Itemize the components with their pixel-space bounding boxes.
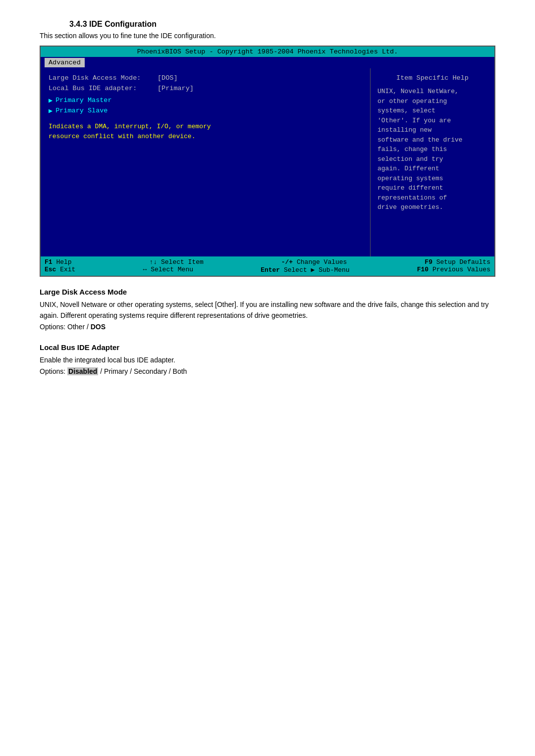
bios-key-f1: F1 Help: [45, 258, 72, 266]
bios-setting-row-1[interactable]: Local Bus IDE adapter: [Primary]: [49, 85, 362, 92]
section-description: This section allows you to fine tune the…: [40, 32, 495, 40]
text-section-large-disk: Large Disk Access Mode UNIX, Novell Netw…: [40, 288, 495, 332]
text-section-body-0: UNIX, Novell Netware or other operating …: [40, 299, 495, 332]
bios-left-panel: Large Disk Access Mode: [DOS] Local Bus …: [41, 68, 371, 256]
bios-key-f10: F10 Previous Values: [417, 266, 490, 274]
bios-submenu-1[interactable]: ▶ Primary Slave: [49, 106, 362, 115]
section-title: 3.4.3 IDE Configuration: [69, 20, 495, 29]
bios-bottombar: F1 Help ↑↓ Select Item -/+ Change Values…: [41, 256, 494, 276]
bios-screen: PhoenixBIOS Setup - Copyright 1985-2004 …: [40, 46, 495, 277]
conflict-line-2: resource conflict with another device.: [49, 132, 362, 142]
bios-right-panel: Item Specific Help UNIX, Novell NetWare,…: [371, 68, 494, 256]
arrow-icon-1: ▶: [49, 106, 53, 115]
bios-key-lr: ↔ Select Menu: [143, 266, 193, 274]
bios-setting-value-1: [Primary]: [158, 85, 194, 92]
bios-tab-advanced[interactable]: Advanced: [45, 58, 85, 67]
bios-conflict-message: Indicates a DMA, interrupt, I/O, or memo…: [49, 122, 362, 141]
text-options-highlighted-1: Disabled: [67, 367, 98, 375]
text-options-prefix-1: Options:: [40, 367, 67, 375]
bios-key-esc: Esc Exit: [45, 266, 75, 274]
text-body-paragraph-1: Enable the integrated local bus IDE adap…: [40, 356, 175, 364]
bios-bottombar-row1: F1 Help ↑↓ Select Item -/+ Change Values…: [45, 258, 490, 266]
bios-key-change: -/+ Change Values: [281, 258, 347, 266]
bios-help-text: UNIX, Novell NetWare,or other operatings…: [377, 87, 487, 212]
bios-main: Large Disk Access Mode: [DOS] Local Bus …: [41, 68, 494, 256]
bios-tabbar: Advanced: [41, 57, 494, 68]
text-section-title-0: Large Disk Access Mode: [40, 288, 495, 296]
text-section-body-1: Enable the integrated local bus IDE adap…: [40, 354, 495, 377]
text-section-title-1: Local Bus IDE Adapter: [40, 343, 495, 352]
bios-submenu-label-1: Primary Slave: [55, 107, 107, 114]
text-section-local-bus: Local Bus IDE Adapter Enable the integra…: [40, 343, 495, 377]
bios-setting-label-1: Local Bus IDE adapter:: [49, 85, 158, 92]
bios-key-updown: ↑↓ Select Item: [150, 258, 204, 266]
text-body-paragraph-0: UNIX, Novell Netware or other operating …: [40, 301, 489, 319]
bios-key-enter: Enter Select ▶ Sub-Menu: [261, 266, 349, 274]
bios-setting-row-0[interactable]: Large Disk Access Mode: [DOS]: [49, 74, 362, 82]
bios-setting-value-0: [DOS]: [158, 74, 178, 82]
text-options-suffix-1: / Primary / Secondary / Both: [98, 367, 187, 375]
bios-submenu-label-0: Primary Master: [55, 97, 111, 104]
bios-help-title: Item Specific Help: [377, 74, 487, 82]
text-options-prefix-0: Options: Other /: [40, 323, 91, 331]
bios-key-f9: F9 Setup Defaults: [425, 258, 490, 266]
conflict-line-1: Indicates a DMA, interrupt, I/O, or memo…: [49, 122, 362, 132]
bios-bottombar-row2: Esc Exit ↔ Select Menu Enter Select ▶ Su…: [45, 266, 490, 274]
bios-titlebar: PhoenixBIOS Setup - Copyright 1985-2004 …: [41, 47, 494, 57]
text-options-highlighted-0: DOS: [91, 323, 106, 331]
bios-setting-label-0: Large Disk Access Mode:: [49, 74, 158, 82]
arrow-icon-0: ▶: [49, 96, 53, 104]
bios-submenu-0[interactable]: ▶ Primary Master: [49, 96, 362, 104]
